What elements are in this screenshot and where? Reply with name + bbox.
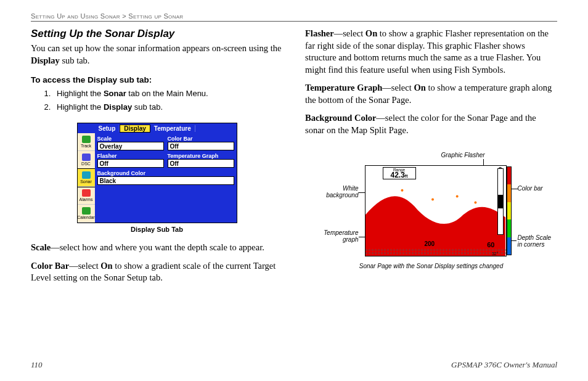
- breadcrumb-section: Setting Up and Using Sonar: [31, 12, 120, 20]
- lead-color-bar: [512, 189, 518, 189]
- scale-corner-mid: 200: [425, 240, 435, 247]
- colorbar-strip: [507, 166, 512, 255]
- intro-paragraph: You can set up how the sonar information…: [31, 43, 283, 67]
- sidebar-label-alarms: Alarms: [80, 197, 93, 202]
- intro-text-bold: Display: [31, 55, 60, 65]
- dsc-icon: [82, 154, 91, 161]
- display-subtab-screenshot: Setup Display Temperature Track DSC Sona…: [77, 123, 237, 223]
- alarms-icon: [82, 189, 91, 197]
- step-2-bold: Display: [104, 102, 132, 112]
- sonar-figure: Graphic Flasher White background Tempera…: [306, 148, 557, 287]
- temp-graph-strip: [365, 250, 506, 253]
- sidebar-item-track: Track: [78, 133, 95, 151]
- breadcrumb-sub: Setting up Sonar: [128, 12, 183, 20]
- text-tgraph-a: —select: [382, 83, 414, 92]
- breadcrumb: Setting Up and Using Sonar > Setting up …: [31, 12, 557, 22]
- step-1-post: tab on the Main Menu.: [126, 89, 208, 98]
- sidebar-item-calendar: Calendar: [78, 205, 95, 223]
- step-1: Highlight the Sonar tab on the Main Menu…: [53, 87, 283, 100]
- bgcolor-paragraph: Background Color—select the color for th…: [305, 112, 557, 136]
- device-grid: Scale Color Bar Overlay Off Flasher Temp…: [95, 133, 237, 223]
- sidebar-label-sonar: Sonar: [80, 179, 92, 184]
- on-tgraph: On: [414, 83, 425, 92]
- left-column: Setting Up the Sonar Display You can set…: [31, 28, 283, 290]
- term-flasher: Flasher: [305, 28, 334, 38]
- lbl-tgraph: Temperature Graph: [168, 152, 234, 159]
- sidebar-item-sonar: Sonar: [78, 169, 95, 187]
- sidebar-item-alarms: Alarms: [78, 187, 95, 205]
- flasher-strip: [497, 168, 504, 235]
- ann-temp-l1: Temperature: [324, 229, 358, 236]
- steps-list: Highlight the Sonar tab on the Main Menu…: [53, 87, 283, 114]
- device-sidebar: Track DSC Sonar Alarms Calendar: [78, 133, 95, 223]
- sonar-wave-icon: [365, 166, 506, 256]
- intro-text-a: You can set up how the sonar information…: [31, 43, 281, 53]
- ann-white-bg: White background: [306, 185, 359, 199]
- ann-white-bg-l2: background: [326, 192, 358, 199]
- page-footer: 110 GPSMAP 376C Owner's Manual: [31, 360, 557, 370]
- term-scale: Scale: [31, 242, 51, 252]
- sidebar-label-calendar: Calendar: [77, 215, 94, 219]
- access-subhead: To access the Display sub tab:: [31, 75, 283, 84]
- val-tgraph: Off: [168, 159, 234, 168]
- term-bgcolor: Background Color: [305, 113, 376, 123]
- on-flasher: On: [365, 28, 377, 38]
- tab-display: Display: [120, 125, 150, 133]
- svg-point-0: [401, 189, 403, 191]
- ann-temp-l2: graph: [343, 236, 359, 243]
- term-tgraph: Temperature Graph: [305, 83, 382, 92]
- manual-title: GPSMAP 376C Owner's Manual: [451, 360, 557, 370]
- svg-point-1: [431, 198, 434, 200]
- colorbar-paragraph: Color Bar—select On to show a gradient s…: [31, 260, 283, 284]
- text-colorbar-a: —select: [69, 261, 100, 271]
- depth-unit: ft: [405, 174, 408, 178]
- right-column: Flasher—select On to show a graphic Flas…: [305, 28, 557, 290]
- on-colorbar: On: [100, 261, 112, 271]
- step-1-bold: Sonar: [104, 89, 126, 98]
- tgraph-paragraph: Temperature Graph—select On to show a te…: [305, 82, 557, 106]
- step-2: Highlight the Display sub tab.: [53, 100, 283, 114]
- display-subtab-caption: Display Sub Tab: [31, 226, 283, 233]
- lbl-colorbar: Color Bar: [168, 134, 234, 142]
- svg-point-2: [455, 195, 458, 197]
- step-2-pre: Highlight the: [57, 102, 104, 112]
- tab-temperature: Temperature: [150, 125, 195, 132]
- breadcrumb-sep: >: [122, 12, 126, 20]
- depth-number: 42.3: [390, 171, 404, 179]
- sidebar-label-dsc: DSC: [81, 162, 91, 166]
- track-icon: [82, 136, 91, 143]
- lbl-flasher: Flasher: [97, 152, 164, 159]
- page-number: 110: [31, 360, 43, 370]
- device-tabs: Setup Display Temperature: [78, 123, 237, 133]
- lbl-bgcolor: Background Color: [97, 169, 234, 176]
- temp-value: 60: [487, 241, 494, 248]
- sonar-icon: [82, 171, 91, 179]
- flasher-paragraph: Flasher—select On to show a graphic Flas…: [305, 28, 557, 76]
- ann-depth-l1: Depth Scale: [518, 234, 551, 241]
- section-title: Setting Up the Sonar Display: [31, 28, 283, 40]
- sidebar-item-dsc: DSC: [78, 151, 95, 169]
- svg-point-3: [474, 201, 476, 203]
- text-flasher-a: —select: [334, 28, 365, 38]
- ann-color-bar: Color bar: [518, 185, 543, 192]
- val-flasher: Off: [97, 159, 164, 168]
- text-scale: —select how and where you want the depth…: [51, 242, 264, 252]
- sonar-display: Range 42.3ft 0 200 60 32°: [365, 165, 507, 256]
- ann-graphic-flasher: Graphic Flasher: [441, 152, 485, 159]
- ann-white-bg-l1: White: [343, 185, 359, 192]
- sonar-figure-caption: Sonar Page with the Sonar Display settin…: [306, 263, 557, 270]
- step-1-pre: Highlight the: [57, 89, 104, 98]
- val-scale: Overlay: [97, 142, 164, 150]
- ann-depth-scale: Depth Scale in corners: [518, 234, 551, 248]
- scale-paragraph: Scale—select how and where you want the …: [31, 242, 283, 254]
- tab-setup: Setup: [95, 125, 120, 132]
- term-colorbar: Color Bar: [31, 261, 69, 271]
- intro-text-c: sub tab.: [60, 55, 90, 65]
- ann-depth-l2: in corners: [518, 241, 545, 248]
- ann-temp-graph: Temperature graph: [306, 229, 359, 244]
- lbl-scale: Scale: [97, 134, 164, 142]
- calendar-icon: [82, 207, 91, 215]
- val-colorbar: Off: [168, 142, 234, 150]
- step-2-post: sub tab.: [132, 102, 163, 112]
- depth-value: 42.3ft: [383, 172, 415, 179]
